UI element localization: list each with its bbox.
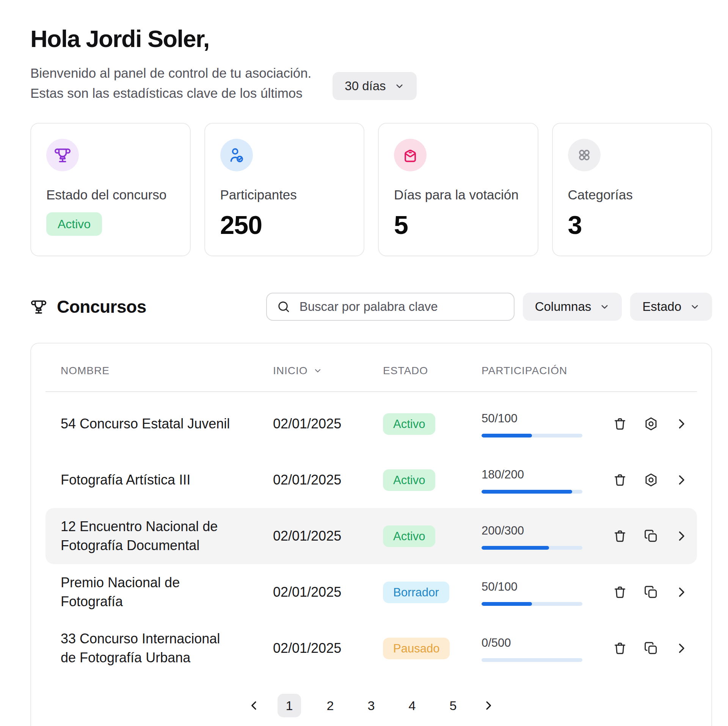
ballot-icon-circle: [394, 139, 427, 171]
stat-card-participants: Participantes 250: [204, 123, 365, 256]
period-selector[interactable]: 30 días: [333, 72, 416, 100]
copy-icon: [643, 528, 659, 544]
settings-icon: [643, 472, 659, 488]
row-actions: [612, 641, 708, 656]
contest-start-date: 02/01/2025: [273, 472, 383, 488]
row-actions: [612, 528, 708, 544]
contests-table-card: NOMBRE INICIO ESTADO PARTICIPACIÓN 54 Co…: [30, 343, 712, 726]
contests-section-header: Concursos Columnas Estado: [30, 293, 712, 321]
progress-bar: [482, 602, 582, 606]
table-row[interactable]: Premio Nacional de Fotografía 02/01/2025…: [46, 564, 697, 620]
pagination-page-2[interactable]: 2: [318, 694, 342, 717]
open-contest-button[interactable]: [675, 473, 688, 487]
contest-name: Fotografía Artística III: [61, 470, 238, 489]
chevron-right-icon: [675, 417, 688, 431]
columns-dropdown[interactable]: Columnas: [523, 293, 622, 321]
status-filter-dropdown[interactable]: Estado: [630, 293, 712, 321]
chevron-right-icon: [675, 585, 688, 599]
search-input[interactable]: [299, 299, 504, 314]
status-badge: Pausado: [383, 638, 450, 659]
contests-title-group: Concursos: [30, 296, 146, 317]
search-icon: [277, 300, 290, 314]
contest-status-cell: Borrador: [383, 582, 482, 603]
contests-controls: Columnas Estado: [266, 293, 712, 321]
chevron-down-icon: [394, 81, 405, 91]
pagination-page-3[interactable]: 3: [359, 694, 383, 717]
stat-label: Estado del concurso: [46, 187, 175, 202]
table-row[interactable]: 54 Concurso Estatal Juvenil 02/01/2025 A…: [46, 396, 697, 452]
stat-label: Días para la votación: [394, 187, 522, 202]
pagination-page-5[interactable]: 5: [441, 694, 465, 717]
trash-icon: [612, 641, 628, 656]
participation-value: 50/100: [482, 580, 612, 594]
participation-cell: 200/300: [482, 522, 612, 550]
delete-button[interactable]: [612, 472, 628, 488]
search-box: [266, 293, 515, 321]
progress-bar: [482, 658, 582, 662]
categories-icon: [576, 146, 593, 164]
contest-status-badge: Activo: [46, 212, 102, 236]
status-badge: Activo: [383, 469, 435, 491]
trophy-icon-circle: [46, 139, 79, 171]
status-badge: Activo: [383, 525, 435, 547]
contest-status-cell: Activo: [383, 413, 482, 435]
pagination-page-4[interactable]: 4: [400, 694, 424, 717]
settings-button[interactable]: [643, 472, 659, 488]
contest-status-cell: Activo: [383, 469, 482, 491]
open-contest-button[interactable]: [675, 417, 688, 431]
participation-cell: 180/200: [482, 466, 612, 494]
contest-status-cell: Activo: [383, 525, 482, 547]
participants-icon-circle: [220, 139, 253, 171]
open-contest-button[interactable]: [675, 641, 688, 655]
duplicate-button[interactable]: [643, 585, 659, 600]
column-header-status: ESTADO: [383, 365, 482, 377]
row-actions: [612, 585, 708, 600]
header-subtitle-row: Bienvenido al panel de control de tu aso…: [30, 63, 712, 103]
delete-button[interactable]: [612, 585, 628, 600]
trash-icon: [612, 416, 628, 431]
column-header-start[interactable]: INICIO: [273, 365, 383, 377]
settings-icon: [643, 416, 659, 431]
pagination-page-1[interactable]: 1: [278, 694, 301, 717]
table-row[interactable]: 33 Concurso Internacional de Fotografía …: [46, 620, 697, 676]
chevron-right-icon: [675, 529, 688, 543]
contest-name: Premio Nacional de Fotografía: [61, 573, 238, 611]
voting-days-value: 5: [394, 210, 522, 240]
participants-value: 250: [220, 210, 349, 240]
dashboard-page: Hola Jordi Soler, Bienvenido al panel de…: [0, 0, 728, 726]
delete-button[interactable]: [612, 641, 628, 656]
chevron-down-icon: [599, 302, 610, 312]
duplicate-button[interactable]: [643, 641, 659, 656]
period-selector-value: 30 días: [345, 79, 386, 93]
pagination-prev-button[interactable]: [248, 699, 260, 712]
open-contest-button[interactable]: [675, 585, 688, 599]
copy-icon: [643, 585, 659, 600]
progress-fill: [482, 546, 549, 550]
pagination-next-button[interactable]: [482, 699, 494, 712]
open-contest-button[interactable]: [675, 529, 688, 543]
stat-card-contest-status: Estado del concurso Activo: [30, 123, 191, 256]
participation-cell: 50/100: [482, 579, 612, 606]
columns-dropdown-label: Columnas: [535, 299, 592, 314]
participation-cell: 0/500: [482, 635, 612, 662]
participation-value: 200/300: [482, 524, 612, 538]
delete-button[interactable]: [612, 416, 628, 431]
chevron-right-icon: [675, 641, 688, 655]
trophy-icon: [30, 298, 47, 315]
table-header-row: NOMBRE INICIO ESTADO PARTICIPACIÓN: [46, 361, 697, 392]
stat-label: Participantes: [220, 187, 349, 202]
status-badge: Borrador: [383, 582, 449, 603]
settings-button[interactable]: [643, 416, 659, 431]
trash-icon: [612, 528, 628, 544]
table-row[interactable]: 12 Encuentro Nacional de Fotografía Docu…: [46, 508, 697, 564]
participation-cell: 50/100: [482, 410, 612, 437]
delete-button[interactable]: [612, 528, 628, 544]
contest-name: 54 Concurso Estatal Juvenil: [61, 414, 238, 433]
stat-label: Categorías: [568, 187, 697, 202]
progress-bar: [482, 490, 582, 494]
contest-name: 12 Encuentro Nacional de Fotografía Docu…: [61, 517, 238, 555]
duplicate-button[interactable]: [643, 528, 659, 544]
table-row[interactable]: Fotografía Artística III 02/01/2025 Acti…: [46, 452, 697, 508]
ballot-icon: [402, 146, 419, 164]
categories-icon-circle: [568, 139, 601, 171]
